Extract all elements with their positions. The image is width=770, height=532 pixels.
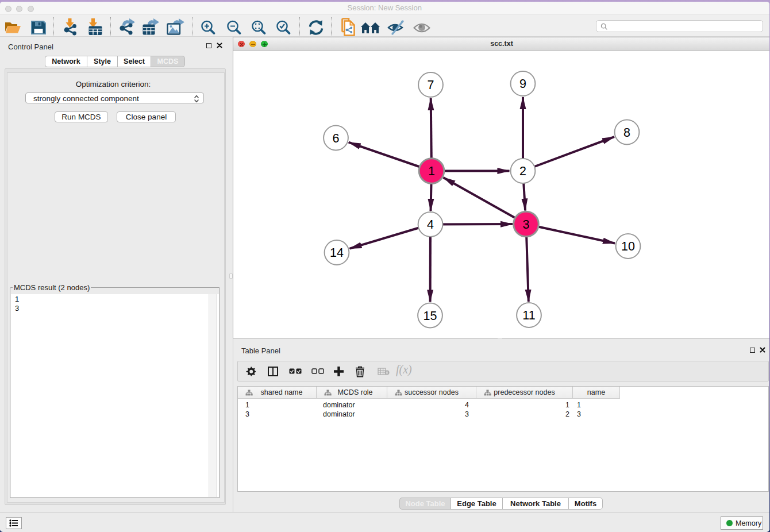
svg-text:15: 15	[424, 309, 437, 323]
svg-text:9: 9	[519, 77, 526, 91]
svg-text:7: 7	[428, 78, 434, 92]
svg-text:11: 11	[522, 309, 535, 322]
svg-text:3: 3	[523, 218, 530, 232]
svg-text:1: 1	[428, 164, 435, 178]
svg-text:8: 8	[623, 126, 630, 140]
svg-text:14: 14	[330, 246, 344, 260]
svg-text:2: 2	[519, 164, 526, 178]
svg-text:6: 6	[333, 132, 340, 145]
svg-text:4: 4	[427, 218, 434, 232]
svg-text:10: 10	[621, 240, 635, 253]
